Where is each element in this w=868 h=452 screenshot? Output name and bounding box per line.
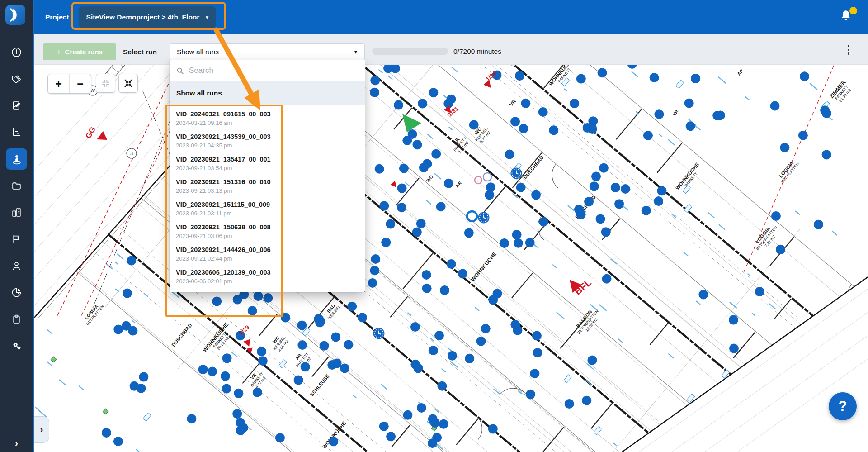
app-logo[interactable] (5, 5, 25, 25)
camera-point[interactable] (642, 206, 651, 215)
camera-point[interactable] (602, 274, 612, 284)
camera-point[interactable] (621, 184, 630, 194)
fit-to-screen-button[interactable] (118, 74, 138, 93)
camera-point[interactable] (340, 363, 349, 373)
camera-point[interactable] (531, 190, 541, 200)
camera-point[interactable] (798, 131, 808, 140)
camera-point[interactable] (329, 437, 338, 446)
camera-point[interactable] (370, 266, 379, 275)
camera-point[interactable] (358, 313, 367, 322)
camera-point[interactable] (716, 110, 725, 120)
camera-point[interactable] (403, 410, 412, 420)
camera-point[interactable] (591, 171, 601, 181)
toolbar-menu-button[interactable] (842, 42, 855, 57)
camera-point[interactable] (582, 396, 591, 405)
floorplan-viewport[interactable]: W3WOHNKÜCHEWOHNKÜCHEPARKETTZIMMERPARKETT… (34, 64, 868, 452)
camera-point[interactable] (436, 202, 446, 211)
camera-point[interactable] (375, 164, 384, 174)
selected-point-ring[interactable] (467, 211, 477, 221)
sidebar-item-siteview[interactable] (6, 148, 27, 170)
camera-point[interactable] (515, 71, 524, 81)
zoom-out-button[interactable]: − (70, 74, 91, 93)
camera-point[interactable] (512, 230, 522, 239)
camera-point[interactable] (410, 360, 420, 369)
camera-point[interactable] (684, 98, 694, 108)
sidebar-item-dashboard[interactable] (6, 42, 27, 63)
run-option[interactable]: VID_20230606_120139_00_0032023-06-06 02:… (170, 265, 365, 288)
camera-point[interactable] (379, 422, 389, 431)
sidebar-item-tags[interactable] (6, 68, 27, 90)
camera-point[interactable] (448, 351, 457, 361)
run-option[interactable]: VID_20230921_151316_00_0102023-09-21 03:… (170, 175, 365, 197)
camera-point[interactable] (755, 287, 764, 296)
camera-point[interactable] (187, 414, 196, 423)
camera-point[interactable] (232, 409, 242, 419)
zoom-in-button[interactable]: + (48, 74, 70, 93)
camera-point[interactable] (570, 99, 579, 108)
camera-point[interactable] (654, 109, 664, 119)
camera-point[interactable] (574, 205, 584, 214)
camera-point[interactable] (486, 182, 495, 192)
sidebar-item-reports[interactable] (6, 282, 27, 303)
camera-point[interactable] (481, 324, 491, 333)
camera-point[interactable] (320, 341, 329, 351)
sidebar-item-progress[interactable] (6, 122, 27, 143)
camera-point[interactable] (248, 306, 257, 315)
camera-point[interactable] (584, 197, 594, 206)
camera-point[interactable] (344, 340, 353, 349)
panel-expand-tab[interactable]: › (34, 416, 49, 443)
camera-point[interactable] (294, 376, 303, 385)
camera-point[interactable] (332, 358, 342, 368)
camera-point[interactable] (447, 95, 456, 104)
camera-point[interactable] (654, 196, 663, 206)
camera-point[interactable] (397, 203, 406, 212)
camera-point[interactable] (444, 179, 453, 188)
camera-point[interactable] (510, 117, 520, 126)
camera-point[interactable] (526, 390, 535, 399)
camera-point[interactable] (820, 105, 830, 115)
camera-point[interactable] (236, 426, 245, 435)
camera-point[interactable] (595, 214, 605, 224)
camera-point[interactable] (800, 71, 809, 81)
camera-point[interactable] (429, 88, 438, 97)
camera-point[interactable] (505, 150, 514, 159)
camera-point[interactable] (222, 384, 231, 394)
camera-point[interactable] (686, 121, 695, 131)
camera-point[interactable] (488, 424, 498, 434)
camera-point[interactable] (822, 150, 831, 159)
camera-point[interactable] (587, 124, 597, 134)
scheduled-point-clock[interactable] (478, 212, 490, 224)
camera-point[interactable] (776, 245, 785, 254)
camera-point[interactable] (500, 238, 509, 248)
camera-point[interactable] (316, 316, 325, 326)
camera-point[interactable] (347, 302, 357, 311)
camera-point[interactable] (281, 313, 290, 323)
camera-point[interactable] (521, 99, 530, 108)
camera-point[interactable] (417, 403, 426, 413)
camera-point[interactable] (447, 259, 456, 269)
run-filter-select[interactable]: Show all runs ▾ (170, 43, 365, 60)
camera-point[interactable] (431, 149, 441, 159)
camera-point[interactable] (301, 362, 310, 371)
sidebar-item-buildings[interactable] (6, 202, 27, 223)
camera-point[interactable] (643, 131, 653, 140)
camera-point[interactable] (590, 181, 599, 191)
camera-point[interactable] (458, 269, 467, 278)
camera-point[interactable] (437, 381, 447, 391)
run-option[interactable]: VID_20230921_150638_00_0082023-09-21 03:… (170, 220, 365, 243)
camera-point[interactable] (814, 220, 823, 229)
camera-point[interactable] (434, 331, 444, 340)
camera-point[interactable] (253, 387, 262, 397)
camera-point[interactable] (465, 354, 474, 363)
camera-point[interactable] (221, 371, 230, 381)
camera-point[interactable] (123, 289, 132, 298)
run-search-input[interactable] (188, 66, 365, 76)
camera-point[interactable] (234, 389, 243, 398)
camera-point[interactable] (379, 201, 389, 210)
camera-point[interactable] (371, 254, 380, 264)
run-option[interactable]: VID_20230921_151115_00_0092023-09-21 03:… (170, 197, 365, 220)
camera-point[interactable] (587, 355, 597, 365)
camera-point[interactable] (370, 88, 379, 97)
camera-point[interactable] (122, 321, 131, 331)
camera-point[interactable] (611, 183, 620, 192)
